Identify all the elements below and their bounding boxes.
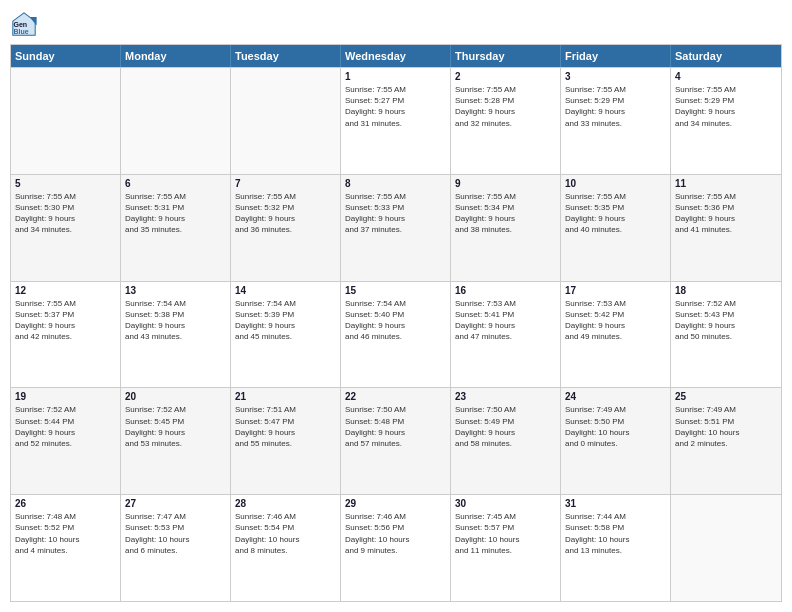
day-info: Sunrise: 7:55 AMSunset: 5:30 PMDaylight:… <box>15 191 116 236</box>
day-cell-21: 21Sunrise: 7:51 AMSunset: 5:47 PMDayligh… <box>231 388 341 494</box>
day-info: Sunrise: 7:52 AMSunset: 5:43 PMDaylight:… <box>675 298 777 343</box>
header: Gen Blue <box>10 10 782 38</box>
day-cell-28: 28Sunrise: 7:46 AMSunset: 5:54 PMDayligh… <box>231 495 341 601</box>
day-number: 27 <box>125 498 226 509</box>
day-cell-13: 13Sunrise: 7:54 AMSunset: 5:38 PMDayligh… <box>121 282 231 388</box>
day-cell-30: 30Sunrise: 7:45 AMSunset: 5:57 PMDayligh… <box>451 495 561 601</box>
calendar-row-0: 1Sunrise: 7:55 AMSunset: 5:27 PMDaylight… <box>11 67 781 174</box>
day-info: Sunrise: 7:55 AMSunset: 5:37 PMDaylight:… <box>15 298 116 343</box>
day-info: Sunrise: 7:50 AMSunset: 5:49 PMDaylight:… <box>455 404 556 449</box>
day-info: Sunrise: 7:54 AMSunset: 5:39 PMDaylight:… <box>235 298 336 343</box>
day-number: 5 <box>15 178 116 189</box>
day-cell-9: 9Sunrise: 7:55 AMSunset: 5:34 PMDaylight… <box>451 175 561 281</box>
day-info: Sunrise: 7:55 AMSunset: 5:35 PMDaylight:… <box>565 191 666 236</box>
day-info: Sunrise: 7:51 AMSunset: 5:47 PMDaylight:… <box>235 404 336 449</box>
weekday-header-tuesday: Tuesday <box>231 45 341 67</box>
weekday-header-sunday: Sunday <box>11 45 121 67</box>
svg-text:Gen: Gen <box>14 21 28 28</box>
day-info: Sunrise: 7:45 AMSunset: 5:57 PMDaylight:… <box>455 511 556 556</box>
day-cell-12: 12Sunrise: 7:55 AMSunset: 5:37 PMDayligh… <box>11 282 121 388</box>
day-info: Sunrise: 7:48 AMSunset: 5:52 PMDaylight:… <box>15 511 116 556</box>
day-cell-24: 24Sunrise: 7:49 AMSunset: 5:50 PMDayligh… <box>561 388 671 494</box>
logo: Gen Blue <box>10 10 42 38</box>
logo-icon: Gen Blue <box>10 10 38 38</box>
day-info: Sunrise: 7:52 AMSunset: 5:44 PMDaylight:… <box>15 404 116 449</box>
day-info: Sunrise: 7:49 AMSunset: 5:50 PMDaylight:… <box>565 404 666 449</box>
day-info: Sunrise: 7:55 AMSunset: 5:28 PMDaylight:… <box>455 84 556 129</box>
day-cell-25: 25Sunrise: 7:49 AMSunset: 5:51 PMDayligh… <box>671 388 781 494</box>
day-number: 6 <box>125 178 226 189</box>
day-number: 1 <box>345 71 446 82</box>
day-cell-17: 17Sunrise: 7:53 AMSunset: 5:42 PMDayligh… <box>561 282 671 388</box>
day-number: 29 <box>345 498 446 509</box>
empty-cell-4-6 <box>671 495 781 601</box>
day-number: 28 <box>235 498 336 509</box>
weekday-header-monday: Monday <box>121 45 231 67</box>
day-cell-16: 16Sunrise: 7:53 AMSunset: 5:41 PMDayligh… <box>451 282 561 388</box>
calendar-row-3: 19Sunrise: 7:52 AMSunset: 5:44 PMDayligh… <box>11 387 781 494</box>
empty-cell-0-1 <box>121 68 231 174</box>
day-cell-10: 10Sunrise: 7:55 AMSunset: 5:35 PMDayligh… <box>561 175 671 281</box>
day-number: 15 <box>345 285 446 296</box>
day-cell-18: 18Sunrise: 7:52 AMSunset: 5:43 PMDayligh… <box>671 282 781 388</box>
day-number: 26 <box>15 498 116 509</box>
day-info: Sunrise: 7:46 AMSunset: 5:56 PMDaylight:… <box>345 511 446 556</box>
day-cell-31: 31Sunrise: 7:44 AMSunset: 5:58 PMDayligh… <box>561 495 671 601</box>
day-info: Sunrise: 7:55 AMSunset: 5:29 PMDaylight:… <box>675 84 777 129</box>
day-number: 4 <box>675 71 777 82</box>
day-number: 22 <box>345 391 446 402</box>
weekday-header-friday: Friday <box>561 45 671 67</box>
day-number: 21 <box>235 391 336 402</box>
day-info: Sunrise: 7:53 AMSunset: 5:41 PMDaylight:… <box>455 298 556 343</box>
calendar: SundayMondayTuesdayWednesdayThursdayFrid… <box>10 44 782 602</box>
day-number: 12 <box>15 285 116 296</box>
day-info: Sunrise: 7:55 AMSunset: 5:33 PMDaylight:… <box>345 191 446 236</box>
day-info: Sunrise: 7:55 AMSunset: 5:36 PMDaylight:… <box>675 191 777 236</box>
calendar-header: SundayMondayTuesdayWednesdayThursdayFrid… <box>11 45 781 67</box>
day-cell-22: 22Sunrise: 7:50 AMSunset: 5:48 PMDayligh… <box>341 388 451 494</box>
day-cell-29: 29Sunrise: 7:46 AMSunset: 5:56 PMDayligh… <box>341 495 451 601</box>
day-cell-11: 11Sunrise: 7:55 AMSunset: 5:36 PMDayligh… <box>671 175 781 281</box>
day-number: 9 <box>455 178 556 189</box>
day-info: Sunrise: 7:50 AMSunset: 5:48 PMDaylight:… <box>345 404 446 449</box>
day-number: 24 <box>565 391 666 402</box>
day-info: Sunrise: 7:44 AMSunset: 5:58 PMDaylight:… <box>565 511 666 556</box>
day-number: 20 <box>125 391 226 402</box>
day-number: 17 <box>565 285 666 296</box>
calendar-row-2: 12Sunrise: 7:55 AMSunset: 5:37 PMDayligh… <box>11 281 781 388</box>
day-number: 7 <box>235 178 336 189</box>
day-info: Sunrise: 7:53 AMSunset: 5:42 PMDaylight:… <box>565 298 666 343</box>
day-cell-6: 6Sunrise: 7:55 AMSunset: 5:31 PMDaylight… <box>121 175 231 281</box>
day-number: 25 <box>675 391 777 402</box>
calendar-row-4: 26Sunrise: 7:48 AMSunset: 5:52 PMDayligh… <box>11 494 781 601</box>
day-number: 8 <box>345 178 446 189</box>
day-info: Sunrise: 7:46 AMSunset: 5:54 PMDaylight:… <box>235 511 336 556</box>
day-info: Sunrise: 7:55 AMSunset: 5:27 PMDaylight:… <box>345 84 446 129</box>
day-number: 10 <box>565 178 666 189</box>
day-cell-8: 8Sunrise: 7:55 AMSunset: 5:33 PMDaylight… <box>341 175 451 281</box>
day-cell-27: 27Sunrise: 7:47 AMSunset: 5:53 PMDayligh… <box>121 495 231 601</box>
day-number: 3 <box>565 71 666 82</box>
calendar-body: 1Sunrise: 7:55 AMSunset: 5:27 PMDaylight… <box>11 67 781 601</box>
weekday-header-thursday: Thursday <box>451 45 561 67</box>
day-cell-15: 15Sunrise: 7:54 AMSunset: 5:40 PMDayligh… <box>341 282 451 388</box>
day-cell-3: 3Sunrise: 7:55 AMSunset: 5:29 PMDaylight… <box>561 68 671 174</box>
day-cell-2: 2Sunrise: 7:55 AMSunset: 5:28 PMDaylight… <box>451 68 561 174</box>
day-number: 13 <box>125 285 226 296</box>
day-cell-19: 19Sunrise: 7:52 AMSunset: 5:44 PMDayligh… <box>11 388 121 494</box>
day-cell-5: 5Sunrise: 7:55 AMSunset: 5:30 PMDaylight… <box>11 175 121 281</box>
day-info: Sunrise: 7:52 AMSunset: 5:45 PMDaylight:… <box>125 404 226 449</box>
day-info: Sunrise: 7:55 AMSunset: 5:31 PMDaylight:… <box>125 191 226 236</box>
calendar-row-1: 5Sunrise: 7:55 AMSunset: 5:30 PMDaylight… <box>11 174 781 281</box>
day-number: 30 <box>455 498 556 509</box>
day-cell-20: 20Sunrise: 7:52 AMSunset: 5:45 PMDayligh… <box>121 388 231 494</box>
day-cell-4: 4Sunrise: 7:55 AMSunset: 5:29 PMDaylight… <box>671 68 781 174</box>
day-number: 16 <box>455 285 556 296</box>
day-info: Sunrise: 7:54 AMSunset: 5:40 PMDaylight:… <box>345 298 446 343</box>
day-number: 31 <box>565 498 666 509</box>
day-number: 18 <box>675 285 777 296</box>
weekday-header-wednesday: Wednesday <box>341 45 451 67</box>
empty-cell-0-0 <box>11 68 121 174</box>
day-cell-26: 26Sunrise: 7:48 AMSunset: 5:52 PMDayligh… <box>11 495 121 601</box>
day-cell-1: 1Sunrise: 7:55 AMSunset: 5:27 PMDaylight… <box>341 68 451 174</box>
